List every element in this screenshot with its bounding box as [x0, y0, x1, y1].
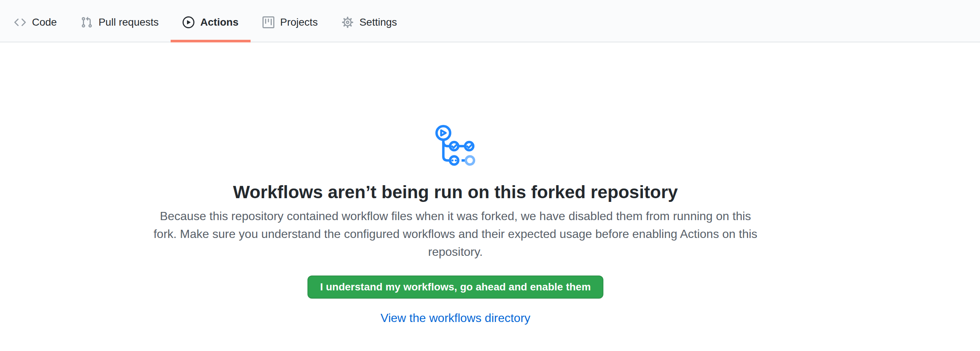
- tab-label: Code: [32, 16, 57, 28]
- blankslate-title: Workflows aren’t being run on this forke…: [233, 181, 678, 203]
- enable-workflows-button[interactable]: I understand my workflows, go ahead and …: [307, 276, 603, 299]
- tab-pull-requests[interactable]: Pull requests: [69, 3, 171, 42]
- tab-label: Projects: [280, 16, 318, 28]
- tab-settings[interactable]: Settings: [330, 3, 409, 42]
- tab-projects[interactable]: Projects: [251, 3, 330, 42]
- git-pull-request-icon: [81, 16, 92, 28]
- workflow-graph-icon: [434, 124, 477, 166]
- tab-code[interactable]: Code: [2, 3, 69, 42]
- repo-nav: Code Pull requests Actions Projects: [0, 0, 980, 42]
- code-icon: [14, 16, 26, 28]
- tab-label: Actions: [200, 16, 239, 28]
- blankslate-description: Because this repository contained workfl…: [153, 207, 759, 260]
- project-board-icon: [262, 16, 274, 28]
- tab-label: Pull requests: [99, 16, 159, 28]
- actions-blankslate: Workflows aren’t being run on this forke…: [0, 42, 980, 326]
- view-workflows-directory-link[interactable]: View the workflows directory: [380, 310, 530, 326]
- play-circle-icon: [183, 16, 194, 28]
- gear-icon: [342, 16, 353, 28]
- tab-actions[interactable]: Actions: [171, 3, 251, 42]
- tab-label: Settings: [360, 16, 397, 28]
